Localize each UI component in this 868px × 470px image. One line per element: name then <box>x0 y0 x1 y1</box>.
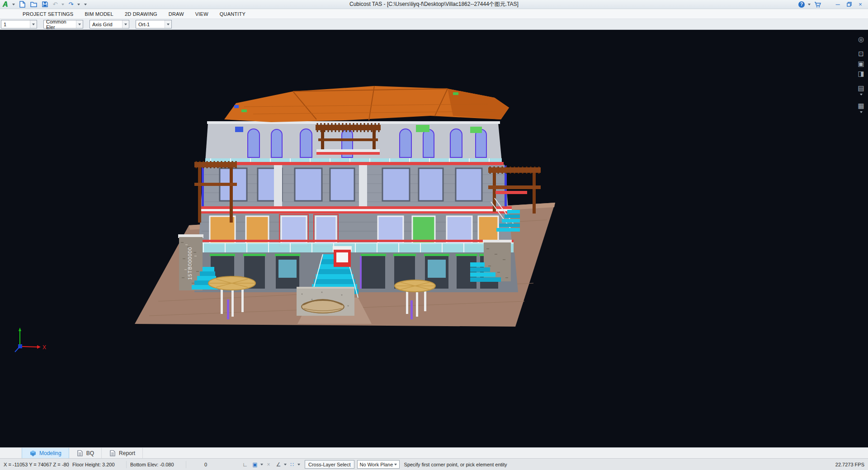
menu-item-bim-model[interactable]: BIM MODEL <box>85 11 113 17</box>
point-snap-icon[interactable]: ∷ <box>288 461 297 469</box>
floor-height-readout: Floor Height: 3.200 <box>69 461 127 468</box>
restore-button[interactable] <box>845 2 853 7</box>
element-name-select-value: Axis Grid <box>92 22 113 27</box>
open-folder-icon[interactable] <box>30 1 38 8</box>
customize-toolbar-caret-icon[interactable] <box>84 4 87 5</box>
zoom-extents-icon[interactable]: ⊡ <box>855 49 867 59</box>
undo-icon[interactable]: ↶ <box>53 1 58 8</box>
dropdown-arrow-icon <box>394 464 397 465</box>
rect-select-icon[interactable]: ▣ <box>250 461 259 469</box>
statusbar: X = -11053 Y = 74067 Z = -80 Floor Heigh… <box>0 458 868 470</box>
display-settings-icon[interactable]: ▦ <box>855 101 867 111</box>
tab-report[interactable]: Report <box>102 448 143 458</box>
tab-label: Modeling <box>39 450 61 456</box>
angle-snap-icon[interactable]: ∠ <box>274 461 283 469</box>
close-button[interactable]: × <box>856 1 864 8</box>
rect-select-caret-icon[interactable] <box>260 464 263 465</box>
planter-red[interactable] <box>333 246 352 267</box>
undo-caret-icon[interactable] <box>61 4 64 5</box>
pan-tool-icon[interactable]: ▣ <box>855 59 867 69</box>
cross-layer-select-button[interactable]: Cross-Layer Select <box>305 460 354 469</box>
layers-caret-icon[interactable] <box>860 94 863 95</box>
pergola-top[interactable] <box>316 123 381 155</box>
app-logo[interactable]: A <box>3 1 8 8</box>
floor-select[interactable]: 1 <box>1 20 37 28</box>
cross-snap-icon[interactable]: × <box>264 461 273 469</box>
menu-item-2d-drawing[interactable]: 2D DRAWING <box>125 11 157 17</box>
app-menu-caret-icon[interactable] <box>12 4 15 5</box>
menubar: PROJECT SETTINGS BIM MODEL 2D DRAWING DR… <box>0 9 868 19</box>
modeling-cube-icon <box>29 450 37 457</box>
layers-icon[interactable]: ▤ <box>855 83 867 93</box>
work-plane-select[interactable]: No Work Plane <box>357 460 400 469</box>
bq-sheet-icon <box>76 450 84 457</box>
save-icon[interactable] <box>42 1 49 8</box>
axis-triad: X <box>15 328 46 352</box>
element-type-select[interactable]: Common Eler <box>43 20 83 28</box>
tab-label: Report <box>119 450 135 456</box>
new-file-icon[interactable] <box>19 1 26 8</box>
window-controls: ? ─ × <box>798 1 868 8</box>
menu-item-project-settings[interactable]: PROJECT SETTINGS <box>23 11 73 17</box>
ortho-snap-icon[interactable]: ∟ <box>241 461 250 469</box>
window-title: Cubicost TAS - [C:\Users\liyq-f\Desktop\… <box>0 0 868 8</box>
dropdown-arrow-icon <box>30 20 37 28</box>
work-plane-value: No Work Plane <box>360 462 393 467</box>
help-caret-icon[interactable] <box>808 4 811 5</box>
store-cart-icon[interactable] <box>814 1 821 8</box>
villa-building[interactable] <box>194 86 518 292</box>
titlebar: A ↶ ↷ Cubicost TAS - [C:\Users\liyq-f\De… <box>0 0 868 9</box>
tab-modeling[interactable]: Modeling <box>22 448 69 458</box>
fps-counter: 22.7273 FPS <box>835 462 868 467</box>
report-sheet-icon <box>109 450 116 457</box>
3d-model-villa[interactable]: 15TB000000 <box>0 30 868 447</box>
selection-count: 0 <box>199 462 212 467</box>
orbit-tool-icon[interactable]: ◎ <box>855 34 867 44</box>
dropdown-arrow-icon <box>76 20 83 28</box>
redo-icon[interactable]: ↷ <box>68 1 73 8</box>
axis-x-label: X <box>42 344 46 351</box>
viewport-toolbar: ◎ ⊡ ▣ ◨ ▤ ▦ <box>855 34 867 114</box>
quick-access-toolbar: A ↶ ↷ <box>0 1 87 8</box>
bottom-tabbar: Modeling BQ Report <box>0 447 868 458</box>
menu-item-draw[interactable]: DRAW <box>169 11 184 17</box>
help-icon[interactable]: ? <box>798 1 805 8</box>
menu-item-quantity[interactable]: QUANTITY <box>220 11 245 17</box>
command-hint: Specify first corner point, or pick elem… <box>404 462 507 467</box>
display-settings-caret-icon[interactable] <box>860 111 863 113</box>
viewport[interactable]: 15TB000000 <box>0 30 868 447</box>
villa-roof[interactable] <box>224 86 509 122</box>
tab-bq[interactable]: BQ <box>69 448 102 458</box>
grid-name-select[interactable]: Ort-1 <box>136 20 172 28</box>
redo-caret-icon[interactable] <box>77 4 80 5</box>
snap-toolbar: ∟ ▣ × ∠ ∷ <box>241 461 300 469</box>
tab-label: BQ <box>86 450 94 456</box>
minimize-button[interactable]: ─ <box>834 1 842 8</box>
view-mode-icon[interactable]: ◨ <box>855 69 867 79</box>
point-snap-caret-icon[interactable] <box>297 464 300 465</box>
grid-bubble-label: 15TB000000 <box>187 247 193 280</box>
grid-name-select-value: Ort-1 <box>138 22 150 27</box>
cursor-coordinates: X = -11053 Y = 74067 Z = -80 <box>0 461 69 468</box>
dropdown-arrow-icon <box>165 20 171 28</box>
upper-floor-windows[interactable] <box>220 168 482 201</box>
dropdown-arrow-icon <box>122 20 129 28</box>
angle-snap-caret-icon[interactable] <box>284 464 287 465</box>
floor-select-value: 1 <box>4 22 6 27</box>
menu-item-view[interactable]: VIEW <box>195 11 208 17</box>
combo-toolbar: 1 Common Eler Axis Grid Ort-1 <box>0 19 868 30</box>
bottom-elevation-readout: Bottom Elev: -0.080 <box>127 461 186 468</box>
element-name-select[interactable]: Axis Grid <box>90 20 129 28</box>
element-type-select-value: Common Eler <box>46 19 76 30</box>
